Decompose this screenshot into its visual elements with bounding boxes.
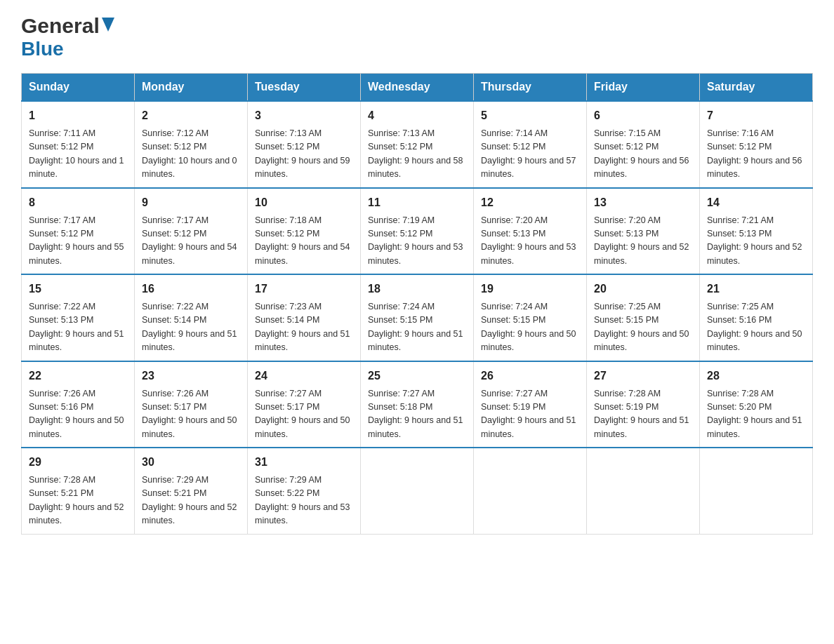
day-info: Sunrise: 7:29 AMSunset: 5:21 PMDaylight:… bbox=[142, 474, 240, 528]
day-info: Sunrise: 7:29 AMSunset: 5:22 PMDaylight:… bbox=[255, 474, 353, 528]
day-number: 6 bbox=[594, 107, 692, 124]
calendar-cell: 25Sunrise: 7:27 AMSunset: 5:18 PMDayligh… bbox=[361, 361, 474, 448]
calendar-cell: 22Sunrise: 7:26 AMSunset: 5:16 PMDayligh… bbox=[22, 361, 135, 448]
day-number: 28 bbox=[707, 368, 805, 384]
calendar-cell: 13Sunrise: 7:20 AMSunset: 5:13 PMDayligh… bbox=[587, 188, 700, 275]
calendar-cell: 20Sunrise: 7:25 AMSunset: 5:15 PMDayligh… bbox=[587, 274, 700, 361]
calendar-header-row: SundayMondayTuesdayWednesdayThursdayFrid… bbox=[22, 74, 813, 102]
calendar-cell: 5Sunrise: 7:14 AMSunset: 5:12 PMDaylight… bbox=[474, 101, 587, 188]
day-number: 2 bbox=[142, 107, 240, 124]
calendar-cell: 30Sunrise: 7:29 AMSunset: 5:21 PMDayligh… bbox=[135, 448, 248, 534]
day-header-monday: Monday bbox=[135, 74, 248, 102]
day-info: Sunrise: 7:21 AMSunset: 5:13 PMDaylight:… bbox=[707, 214, 805, 269]
calendar-cell: 4Sunrise: 7:13 AMSunset: 5:12 PMDaylight… bbox=[361, 101, 474, 188]
day-number: 4 bbox=[368, 107, 466, 124]
calendar-cell: 11Sunrise: 7:19 AMSunset: 5:12 PMDayligh… bbox=[361, 188, 474, 275]
week-row-1: 1Sunrise: 7:11 AMSunset: 5:12 PMDaylight… bbox=[22, 101, 813, 188]
calendar-cell: 27Sunrise: 7:28 AMSunset: 5:19 PMDayligh… bbox=[587, 361, 700, 448]
day-info: Sunrise: 7:19 AMSunset: 5:12 PMDaylight:… bbox=[368, 214, 466, 269]
day-info: Sunrise: 7:17 AMSunset: 5:12 PMDaylight:… bbox=[29, 214, 127, 269]
day-number: 12 bbox=[481, 194, 579, 211]
week-row-4: 22Sunrise: 7:26 AMSunset: 5:16 PMDayligh… bbox=[22, 361, 813, 448]
day-info: Sunrise: 7:25 AMSunset: 5:16 PMDaylight:… bbox=[707, 300, 805, 355]
day-info: Sunrise: 7:20 AMSunset: 5:13 PMDaylight:… bbox=[481, 214, 579, 269]
day-number: 13 bbox=[594, 194, 692, 211]
day-number: 8 bbox=[29, 194, 127, 211]
day-number: 24 bbox=[255, 368, 353, 384]
day-number: 25 bbox=[368, 368, 466, 384]
week-row-2: 8Sunrise: 7:17 AMSunset: 5:12 PMDaylight… bbox=[22, 188, 813, 275]
calendar-cell: 14Sunrise: 7:21 AMSunset: 5:13 PMDayligh… bbox=[700, 188, 813, 275]
calendar-cell: 2Sunrise: 7:12 AMSunset: 5:12 PMDaylight… bbox=[135, 101, 248, 188]
day-number: 15 bbox=[29, 281, 127, 297]
day-info: Sunrise: 7:17 AMSunset: 5:12 PMDaylight:… bbox=[142, 214, 240, 269]
day-info: Sunrise: 7:22 AMSunset: 5:14 PMDaylight:… bbox=[142, 300, 240, 355]
calendar-cell: 7Sunrise: 7:16 AMSunset: 5:12 PMDaylight… bbox=[700, 101, 813, 188]
day-number: 27 bbox=[594, 368, 692, 384]
day-info: Sunrise: 7:28 AMSunset: 5:19 PMDaylight:… bbox=[594, 387, 692, 442]
logo-blue: Blue bbox=[21, 39, 64, 59]
day-info: Sunrise: 7:24 AMSunset: 5:15 PMDaylight:… bbox=[481, 300, 579, 355]
day-number: 22 bbox=[29, 368, 127, 384]
calendar-cell bbox=[361, 448, 474, 534]
day-info: Sunrise: 7:25 AMSunset: 5:15 PMDaylight:… bbox=[594, 300, 692, 355]
day-info: Sunrise: 7:22 AMSunset: 5:13 PMDaylight:… bbox=[29, 300, 127, 355]
logo-general: General bbox=[21, 14, 100, 38]
day-number: 20 bbox=[594, 281, 692, 297]
week-row-5: 29Sunrise: 7:28 AMSunset: 5:21 PMDayligh… bbox=[22, 448, 813, 534]
day-number: 16 bbox=[142, 281, 240, 297]
day-number: 17 bbox=[255, 281, 353, 297]
day-info: Sunrise: 7:18 AMSunset: 5:12 PMDaylight:… bbox=[255, 214, 353, 269]
day-number: 1 bbox=[29, 107, 127, 124]
calendar-cell: 3Sunrise: 7:13 AMSunset: 5:12 PMDaylight… bbox=[248, 101, 361, 188]
calendar-cell: 16Sunrise: 7:22 AMSunset: 5:14 PMDayligh… bbox=[135, 274, 248, 361]
day-number: 23 bbox=[142, 368, 240, 384]
day-info: Sunrise: 7:26 AMSunset: 5:17 PMDaylight:… bbox=[142, 387, 240, 442]
day-info: Sunrise: 7:27 AMSunset: 5:19 PMDaylight:… bbox=[481, 387, 579, 442]
calendar-cell: 24Sunrise: 7:27 AMSunset: 5:17 PMDayligh… bbox=[248, 361, 361, 448]
logo: General Blue bbox=[21, 14, 114, 59]
day-info: Sunrise: 7:24 AMSunset: 5:15 PMDaylight:… bbox=[368, 300, 466, 355]
day-header-sunday: Sunday bbox=[22, 74, 135, 102]
calendar-cell: 15Sunrise: 7:22 AMSunset: 5:13 PMDayligh… bbox=[22, 274, 135, 361]
calendar-cell bbox=[587, 448, 700, 534]
day-number: 7 bbox=[707, 107, 805, 124]
calendar-cell: 21Sunrise: 7:25 AMSunset: 5:16 PMDayligh… bbox=[700, 274, 813, 361]
day-number: 31 bbox=[255, 454, 353, 471]
day-info: Sunrise: 7:26 AMSunset: 5:16 PMDaylight:… bbox=[29, 387, 127, 442]
logo-arrow-icon bbox=[102, 18, 114, 34]
day-number: 30 bbox=[142, 454, 240, 471]
day-info: Sunrise: 7:27 AMSunset: 5:18 PMDaylight:… bbox=[368, 387, 466, 442]
calendar-cell: 28Sunrise: 7:28 AMSunset: 5:20 PMDayligh… bbox=[700, 361, 813, 448]
day-number: 14 bbox=[707, 194, 805, 211]
day-info: Sunrise: 7:11 AMSunset: 5:12 PMDaylight:… bbox=[29, 127, 127, 182]
calendar-cell: 6Sunrise: 7:15 AMSunset: 5:12 PMDaylight… bbox=[587, 101, 700, 188]
calendar-cell: 23Sunrise: 7:26 AMSunset: 5:17 PMDayligh… bbox=[135, 361, 248, 448]
calendar-cell bbox=[700, 448, 813, 534]
day-header-friday: Friday bbox=[587, 74, 700, 102]
day-number: 21 bbox=[707, 281, 805, 297]
week-row-3: 15Sunrise: 7:22 AMSunset: 5:13 PMDayligh… bbox=[22, 274, 813, 361]
day-info: Sunrise: 7:23 AMSunset: 5:14 PMDaylight:… bbox=[255, 300, 353, 355]
day-header-wednesday: Wednesday bbox=[361, 74, 474, 102]
calendar-cell: 17Sunrise: 7:23 AMSunset: 5:14 PMDayligh… bbox=[248, 274, 361, 361]
calendar-cell bbox=[474, 448, 587, 534]
calendar-cell: 10Sunrise: 7:18 AMSunset: 5:12 PMDayligh… bbox=[248, 188, 361, 275]
calendar-cell: 31Sunrise: 7:29 AMSunset: 5:22 PMDayligh… bbox=[248, 448, 361, 534]
calendar-table: SundayMondayTuesdayWednesdayThursdayFrid… bbox=[21, 73, 813, 535]
day-info: Sunrise: 7:16 AMSunset: 5:12 PMDaylight:… bbox=[707, 127, 805, 182]
day-header-thursday: Thursday bbox=[474, 74, 587, 102]
day-number: 19 bbox=[481, 281, 579, 297]
calendar-cell: 26Sunrise: 7:27 AMSunset: 5:19 PMDayligh… bbox=[474, 361, 587, 448]
day-info: Sunrise: 7:15 AMSunset: 5:12 PMDaylight:… bbox=[594, 127, 692, 182]
day-header-saturday: Saturday bbox=[700, 74, 813, 102]
calendar-cell: 18Sunrise: 7:24 AMSunset: 5:15 PMDayligh… bbox=[361, 274, 474, 361]
calendar-cell: 19Sunrise: 7:24 AMSunset: 5:15 PMDayligh… bbox=[474, 274, 587, 361]
day-info: Sunrise: 7:12 AMSunset: 5:12 PMDaylight:… bbox=[142, 127, 240, 182]
day-number: 9 bbox=[142, 194, 240, 211]
day-info: Sunrise: 7:14 AMSunset: 5:12 PMDaylight:… bbox=[481, 127, 579, 182]
day-info: Sunrise: 7:28 AMSunset: 5:20 PMDaylight:… bbox=[707, 387, 805, 442]
calendar-cell: 1Sunrise: 7:11 AMSunset: 5:12 PMDaylight… bbox=[22, 101, 135, 188]
day-info: Sunrise: 7:28 AMSunset: 5:21 PMDaylight:… bbox=[29, 474, 127, 528]
calendar-cell: 12Sunrise: 7:20 AMSunset: 5:13 PMDayligh… bbox=[474, 188, 587, 275]
